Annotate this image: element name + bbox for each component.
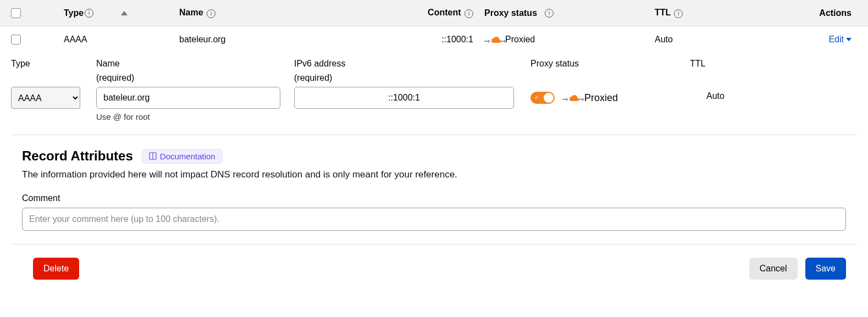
delete-button[interactable]: Delete: [33, 258, 79, 280]
row-content: ::1000:1: [441, 35, 473, 44]
type-select[interactable]: AAAA: [11, 87, 80, 109]
check-icon: ✓: [534, 94, 539, 101]
dns-table-header: Type i Name i Content i Proxy status i T…: [0, 0, 868, 26]
proxy-text: Proxied: [584, 92, 618, 104]
comment-label: Comment: [22, 193, 846, 203]
row-proxy-text: Proxied: [505, 35, 535, 45]
select-all-checkbox[interactable]: [11, 8, 21, 18]
ipv6-label: IPv6 address: [294, 58, 519, 69]
edit-label: Edit: [828, 35, 844, 45]
divider: [11, 135, 857, 135]
row-type: AAAA: [64, 35, 87, 45]
info-icon[interactable]: i: [674, 9, 683, 18]
svg-marker-7: [582, 98, 584, 101]
dns-record-row: AAAA bateleur.org ::1000:1 Proxied Auto …: [0, 26, 868, 53]
svg-marker-3: [504, 40, 506, 43]
record-edit-panel: Type . AAAA Name (required) Use @ for ro…: [0, 53, 868, 121]
col-header-proxy[interactable]: Proxy status: [484, 8, 537, 18]
name-label: Name: [96, 58, 294, 69]
proxy-toggle[interactable]: ✓: [530, 92, 555, 104]
edit-button[interactable]: Edit: [828, 35, 852, 45]
name-hint: Use @ for root: [96, 112, 294, 121]
type-label: Type: [11, 58, 96, 69]
ttl-value: Auto: [690, 87, 783, 101]
col-header-ttl[interactable]: TTL: [655, 8, 671, 17]
save-button[interactable]: Save: [805, 258, 846, 280]
col-header-actions: Actions: [819, 8, 852, 18]
ttl-label: TTL: [690, 58, 783, 69]
info-icon[interactable]: i: [545, 9, 554, 18]
chevron-down-icon: [846, 38, 852, 41]
sort-ascending-icon[interactable]: [121, 11, 128, 15]
proxied-cloud-icon: [562, 93, 577, 102]
row-ttl: Auto: [655, 35, 673, 44]
info-icon[interactable]: i: [465, 9, 473, 18]
record-attributes-title: Record Attributes: [22, 148, 133, 164]
name-required: (required): [96, 73, 294, 84]
documentation-link[interactable]: Documentation: [142, 149, 223, 164]
divider: [11, 244, 857, 244]
info-icon[interactable]: i: [85, 9, 93, 18]
cancel-button[interactable]: Cancel: [749, 258, 798, 280]
proxy-label: Proxy status: [530, 58, 690, 69]
row-name: bateleur.org: [179, 35, 226, 44]
record-attributes-section: Record Attributes Documentation The info…: [0, 148, 868, 231]
svg-marker-1: [488, 40, 490, 43]
row-checkbox[interactable]: [11, 35, 21, 45]
book-icon: [149, 152, 157, 160]
col-header-type[interactable]: Type: [64, 8, 84, 18]
edit-footer: Delete Cancel Save: [0, 258, 868, 296]
ipv6-required: (required): [294, 73, 519, 84]
col-header-content[interactable]: Content: [428, 8, 461, 17]
info-icon[interactable]: i: [207, 9, 215, 18]
documentation-label: Documentation: [160, 152, 215, 161]
ipv6-input[interactable]: [294, 87, 514, 109]
col-header-name[interactable]: Name: [179, 8, 203, 17]
record-attributes-desc: The information provided here will not i…: [22, 169, 846, 180]
comment-input[interactable]: [22, 208, 846, 231]
svg-marker-5: [566, 98, 568, 101]
proxied-cloud-icon: [484, 35, 499, 44]
name-input[interactable]: [96, 87, 280, 109]
